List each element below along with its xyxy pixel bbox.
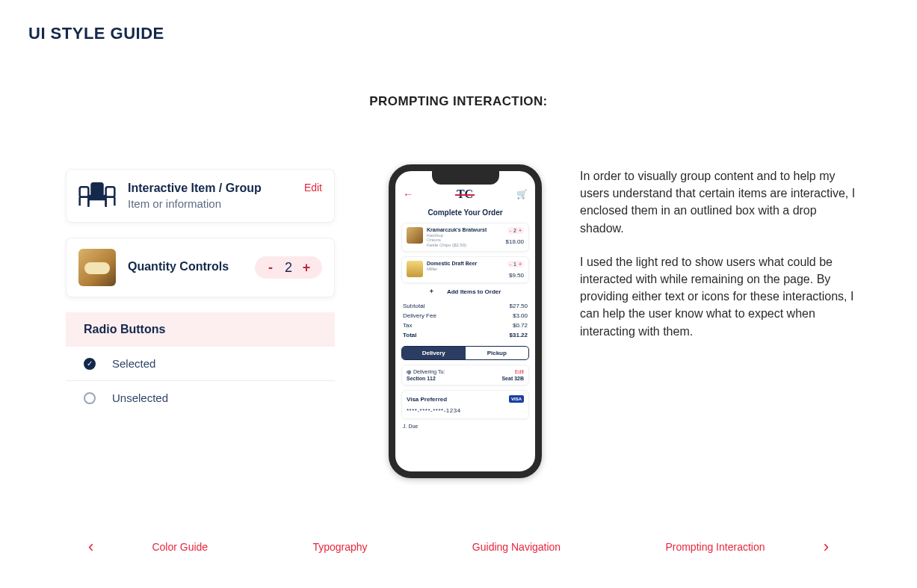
- radio-option-unselected[interactable]: Unselected: [66, 381, 335, 415]
- card-number: ****-****-****-1234: [407, 403, 524, 414]
- description-text: In order to visually group content and t…: [580, 167, 856, 356]
- item-option: Onions: [427, 238, 506, 243]
- item-name: Domestic Draft Beer: [427, 261, 507, 267]
- order-item[interactable]: Kramarczuk's Bratwurst Ketchup Onions Ke…: [401, 223, 529, 252]
- paragraph: In order to visually group content and t…: [580, 167, 856, 237]
- order-summary: Subtotal$27.50 Delivery Fee$3.00 Tax$0.7…: [403, 301, 528, 340]
- order-item[interactable]: Domestic Draft Beer Miller - 1 + $9.50: [401, 256, 529, 283]
- nav-link-guiding-navigation[interactable]: Guiding Navigation: [472, 541, 561, 553]
- tab-pickup[interactable]: Pickup: [466, 347, 529, 359]
- footer-nav: ‹ Color Guide Typography Guiding Navigat…: [0, 536, 917, 558]
- back-arrow-icon[interactable]: ←: [403, 188, 413, 200]
- nav-link-typography[interactable]: Typography: [312, 541, 367, 553]
- radio-header: Radio Buttons: [66, 312, 335, 347]
- food-thumbnail: [78, 249, 116, 286]
- section-label: Section 112: [407, 376, 436, 381]
- radio-unchecked-icon: [84, 392, 96, 404]
- item-name: Kramarczuk's Bratwurst: [427, 227, 506, 233]
- item-option: Miller: [427, 267, 507, 272]
- radio-label: Selected: [112, 357, 155, 370]
- quantity-card[interactable]: Quantity Controls - 2 +: [66, 238, 335, 297]
- payment-label: Visa Preferred: [407, 396, 447, 403]
- cart-icon[interactable]: 🛒: [516, 189, 528, 199]
- section-title: PROMPTING INTERACTION:: [0, 94, 917, 109]
- item-price: $18.00: [506, 238, 524, 245]
- quantity-stepper[interactable]: - 1 +: [507, 261, 524, 267]
- decrement-button[interactable]: -: [262, 259, 279, 276]
- radio-option-selected[interactable]: Selected: [66, 347, 335, 381]
- nav-link-prompting-interaction[interactable]: Prompting Interaction: [665, 541, 765, 553]
- next-arrow-icon[interactable]: ›: [818, 536, 835, 558]
- delivery-card[interactable]: 🏟 Delivering To: Edit Section 112 Seat 3…: [401, 365, 529, 386]
- edit-link[interactable]: Edit: [515, 369, 524, 374]
- item-option: Kettle Chips ($2.50): [427, 243, 506, 248]
- truncated-text: J. Doe: [395, 421, 535, 429]
- page-title: UI STYLE GUIDE: [28, 24, 164, 43]
- nav-link-color-guide[interactable]: Color Guide: [152, 541, 208, 553]
- tab-delivery[interactable]: Delivery: [402, 347, 466, 359]
- screen-title: Complete Your Order: [395, 204, 535, 223]
- phone-notch: [432, 171, 499, 185]
- card-title: Quantity Controls: [128, 260, 255, 273]
- team-logo: TC: [457, 188, 473, 201]
- add-items-button[interactable]: + Add Items to Order: [401, 288, 529, 295]
- svg-rect-1: [80, 187, 89, 196]
- beer-thumbnail: [407, 261, 423, 277]
- svg-rect-0: [92, 183, 103, 196]
- paragraph: I used the light red to show users what …: [580, 253, 856, 340]
- seats-icon: [78, 180, 116, 211]
- interactive-item-card[interactable]: Interactive Item / Group Item or informa…: [66, 169, 335, 223]
- card-subtitle: Item or information: [128, 197, 304, 210]
- visa-badge-icon: VISA: [509, 395, 524, 403]
- seat-label: Seat 32B: [501, 376, 524, 381]
- radio-checked-icon: [84, 358, 96, 370]
- svg-rect-2: [106, 187, 115, 196]
- phone-mockup: ← TC 🛒 Complete Your Order Kramarczuk's …: [389, 164, 542, 478]
- food-thumbnail: [407, 227, 423, 244]
- item-price: $9.50: [507, 272, 524, 279]
- radio-label: Unselected: [112, 392, 168, 404]
- fulfillment-tabs[interactable]: Delivery Pickup: [401, 346, 529, 360]
- quantity-stepper[interactable]: - 2 +: [507, 227, 524, 234]
- quantity-value: 2: [279, 260, 298, 276]
- quantity-stepper[interactable]: - 2 +: [255, 256, 322, 279]
- item-option: Ketchup: [427, 233, 506, 238]
- increment-button[interactable]: +: [298, 259, 315, 276]
- radio-section: Radio Buttons Selected Unselected: [66, 312, 335, 415]
- payment-card[interactable]: Visa Preferred VISA ****-****-****-1234: [401, 390, 529, 419]
- plus-icon: +: [430, 288, 433, 295]
- edit-link[interactable]: Edit: [304, 182, 322, 194]
- card-title: Interactive Item / Group: [128, 182, 304, 195]
- prev-arrow-icon[interactable]: ‹: [82, 536, 99, 558]
